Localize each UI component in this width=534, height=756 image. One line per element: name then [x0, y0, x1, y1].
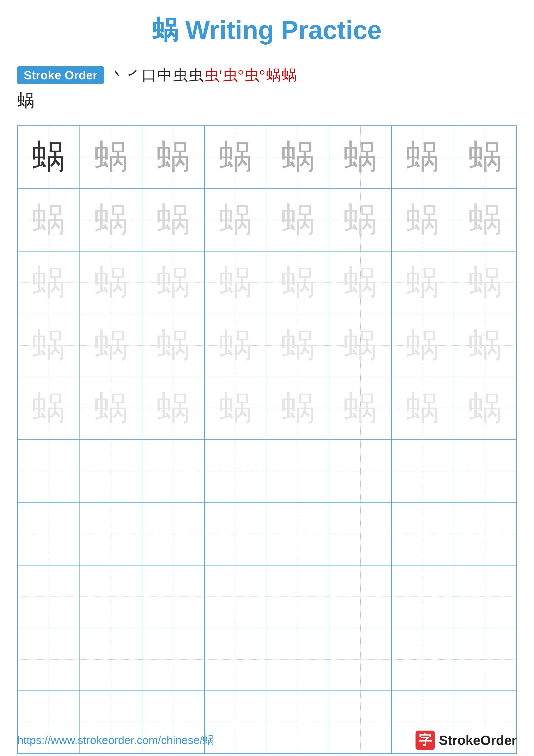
grid-char: 蜗 — [343, 266, 377, 299]
footer: https://www.strokeorder.com/chinese/蜗 字 … — [17, 731, 517, 750]
grid-cell[interactable]: 蜗 — [18, 189, 80, 251]
grid-cell[interactable] — [18, 440, 80, 502]
grid-row — [18, 502, 516, 565]
stroke-char-1: 丶 — [110, 65, 125, 85]
grid-cell[interactable] — [80, 628, 142, 690]
grid-cell[interactable]: 蜗 — [80, 126, 142, 188]
grid-cell[interactable]: 蜗 — [329, 377, 392, 440]
footer-url: https://www.strokeorder.com/chinese/蜗 — [17, 733, 214, 748]
grid-cell[interactable] — [392, 440, 454, 502]
grid-cell[interactable]: 蜗 — [392, 377, 454, 440]
grid-char: 蜗 — [94, 266, 128, 299]
grid-row — [18, 628, 516, 691]
grid-char: 蜗 — [157, 392, 190, 425]
grid-cell[interactable]: 蜗 — [142, 314, 205, 376]
grid-char: 蜗 — [32, 329, 65, 362]
grid-cell[interactable]: 蜗 — [205, 189, 267, 251]
grid-row — [18, 565, 516, 628]
grid-char: 蜗 — [406, 392, 439, 425]
grid-cell[interactable]: 蜗 — [205, 126, 267, 188]
grid-cell[interactable]: 蜗 — [205, 314, 267, 376]
grid-cell[interactable]: 蜗 — [80, 314, 142, 376]
grid-cell[interactable] — [454, 565, 516, 628]
grid-cell[interactable] — [205, 440, 267, 502]
grid-cell[interactable] — [142, 565, 205, 628]
grid-cell[interactable]: 蜗 — [454, 126, 516, 188]
grid-char: 蜗 — [157, 329, 190, 362]
grid-cell[interactable] — [18, 628, 80, 690]
grid-cell[interactable]: 蜗 — [454, 377, 516, 440]
grid-char: 蜗 — [94, 329, 128, 362]
title-char: 蜗 — [152, 15, 178, 44]
grid-cell[interactable] — [329, 565, 392, 628]
grid-cell[interactable]: 蜗 — [329, 314, 392, 376]
grid-cell[interactable]: 蜗 — [329, 189, 392, 251]
grid-cell[interactable] — [392, 628, 454, 690]
grid-cell[interactable] — [454, 440, 516, 502]
grid-cell[interactable]: 蜗 — [454, 189, 516, 251]
grid-cell[interactable] — [267, 440, 329, 502]
grid-cell[interactable]: 蜗 — [329, 126, 392, 188]
grid-cell[interactable]: 蜗 — [142, 189, 205, 251]
grid-cell[interactable] — [205, 628, 267, 690]
title-label: Writing Practice — [185, 15, 381, 44]
grid-cell[interactable] — [267, 628, 329, 690]
grid-cell[interactable]: 蜗 — [392, 126, 454, 188]
grid-char: 蜗 — [343, 203, 377, 237]
grid-cell[interactable] — [454, 502, 516, 565]
grid-cell[interactable] — [18, 565, 80, 628]
stroke-char-9: 虫° — [245, 65, 265, 85]
grid-cell[interactable]: 蜗 — [205, 252, 267, 314]
grid-cell[interactable]: 蜗 — [80, 377, 142, 440]
grid-cell[interactable] — [392, 502, 454, 565]
grid-cell[interactable] — [205, 502, 267, 565]
grid-cell[interactable]: 蜗 — [392, 314, 454, 376]
grid-cell[interactable]: 蜗 — [80, 189, 142, 251]
grid-cell[interactable]: 蜗 — [142, 252, 205, 314]
grid-cell[interactable]: 蜗 — [454, 252, 516, 314]
grid-char: 蜗 — [157, 266, 190, 299]
grid-cell[interactable]: 蜗 — [18, 377, 80, 440]
grid-cell[interactable] — [80, 440, 142, 502]
grid-char: 蜗 — [343, 329, 377, 362]
grid-cell[interactable] — [454, 628, 516, 690]
grid-cell[interactable]: 蜗 — [392, 189, 454, 251]
grid-cell[interactable] — [267, 502, 329, 565]
grid-char: 蜗 — [406, 203, 439, 237]
grid-char: 蜗 — [157, 140, 190, 174]
grid-cell[interactable]: 蜗 — [392, 252, 454, 314]
grid-cell[interactable] — [142, 440, 205, 502]
grid-cell[interactable] — [142, 628, 205, 690]
stroke-order-badge: Stroke Order — [17, 67, 104, 84]
grid-cell[interactable]: 蜗 — [18, 126, 80, 188]
grid-char: 蜗 — [219, 392, 252, 425]
grid-cell[interactable]: 蜗 — [80, 252, 142, 314]
grid-cell[interactable]: 蜗 — [142, 377, 205, 440]
grid-cell[interactable] — [329, 628, 392, 690]
grid-cell[interactable]: 蜗 — [329, 252, 392, 314]
grid-cell[interactable] — [329, 502, 392, 565]
grid-cell[interactable]: 蜗 — [205, 377, 267, 440]
grid-cell[interactable]: 蜗 — [267, 314, 329, 376]
grid-cell[interactable] — [267, 565, 329, 628]
grid-cell[interactable]: 蜗 — [454, 314, 516, 376]
grid-cell[interactable]: 蜗 — [18, 252, 80, 314]
grid-cell[interactable] — [142, 502, 205, 565]
grid-cell[interactable] — [205, 565, 267, 628]
grid-cell[interactable]: 蜗 — [267, 252, 329, 314]
grid-cell[interactable] — [80, 565, 142, 628]
grid-char: 蜗 — [94, 392, 128, 425]
grid-char: 蜗 — [32, 266, 65, 299]
grid-cell[interactable] — [329, 440, 392, 502]
grid-char: 蜗 — [32, 203, 65, 237]
grid-cell[interactable]: 蜗 — [18, 314, 80, 376]
grid-char: 蜗 — [281, 203, 315, 237]
grid-cell[interactable]: 蜗 — [267, 189, 329, 251]
grid-cell[interactable] — [392, 565, 454, 628]
grid-cell[interactable]: 蜗 — [142, 126, 205, 188]
grid-cell[interactable] — [18, 502, 80, 565]
grid-char: 蜗 — [343, 392, 377, 425]
grid-cell[interactable]: 蜗 — [267, 377, 329, 440]
grid-cell[interactable] — [80, 502, 142, 565]
grid-cell[interactable]: 蜗 — [267, 126, 329, 188]
